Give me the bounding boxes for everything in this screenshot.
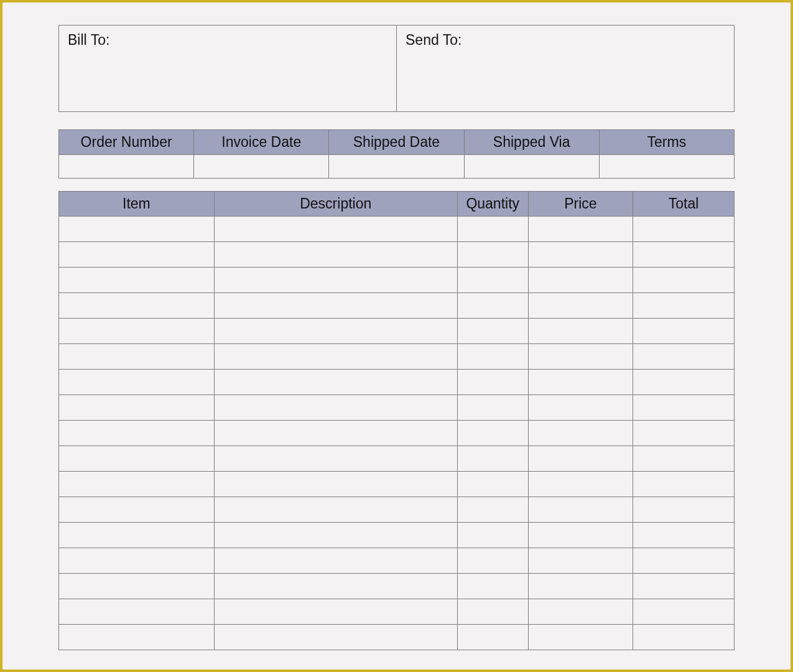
table-row — [59, 472, 735, 497]
table-row — [59, 599, 735, 625]
table-cell — [528, 395, 633, 421]
table-cell — [528, 548, 633, 574]
table-cell — [457, 574, 528, 599]
table-cell — [59, 523, 215, 548]
table-cell — [59, 370, 215, 395]
table-cell — [528, 472, 633, 497]
table-cell — [457, 370, 528, 395]
table-cell — [59, 395, 215, 421]
table-cell — [457, 344, 528, 370]
meta-row — [59, 155, 735, 179]
table-cell — [633, 497, 735, 523]
table-cell — [528, 446, 633, 472]
table-row — [59, 319, 735, 344]
table-cell — [633, 523, 735, 548]
table-cell — [457, 548, 528, 574]
table-cell — [633, 344, 735, 370]
table-cell — [457, 293, 528, 319]
table-cell — [633, 217, 735, 242]
table-cell — [457, 472, 528, 497]
table-cell — [528, 370, 633, 395]
table-cell — [214, 574, 457, 599]
table-cell — [457, 523, 528, 548]
meta-cell — [59, 155, 194, 179]
items-header: Price — [528, 192, 633, 217]
items-header: Total — [633, 192, 735, 217]
table-row — [59, 548, 735, 574]
table-cell — [214, 319, 457, 344]
table-cell — [528, 574, 633, 599]
table-cell — [214, 344, 457, 370]
meta-header: Invoice Date — [194, 130, 329, 155]
table-cell — [633, 319, 735, 344]
table-cell — [528, 319, 633, 344]
send-to-box: Send To: — [396, 26, 734, 111]
meta-header: Order Number — [59, 130, 194, 155]
meta-table: Order Number Invoice Date Shipped Date S… — [58, 129, 735, 179]
items-header: Quantity — [457, 192, 528, 217]
table-cell — [457, 217, 528, 242]
table-cell — [633, 599, 735, 625]
table-cell — [214, 395, 457, 421]
table-cell — [457, 268, 528, 293]
table-cell — [59, 625, 215, 650]
table-row — [59, 344, 735, 370]
meta-cell — [599, 155, 734, 179]
table-cell — [59, 497, 215, 523]
items-header: Description — [214, 192, 457, 217]
table-cell — [528, 421, 633, 446]
table-row — [59, 217, 735, 242]
table-row — [59, 293, 735, 319]
bill-to-label: Bill To: — [68, 32, 109, 48]
table-cell — [214, 472, 457, 497]
bill-to-box: Bill To: — [59, 26, 396, 111]
table-cell — [528, 497, 633, 523]
table-cell — [214, 421, 457, 446]
table-cell — [633, 370, 735, 395]
table-cell — [528, 293, 633, 319]
meta-cell — [194, 155, 329, 179]
table-cell — [528, 523, 633, 548]
table-cell — [59, 574, 215, 599]
table-cell — [633, 242, 735, 268]
table-cell — [59, 242, 215, 268]
table-cell — [528, 217, 633, 242]
table-cell — [528, 242, 633, 268]
table-cell — [528, 344, 633, 370]
table-cell — [528, 268, 633, 293]
table-cell — [633, 268, 735, 293]
table-cell — [633, 421, 735, 446]
table-row — [59, 268, 735, 293]
table-cell — [59, 293, 215, 319]
items-header: Item — [59, 192, 215, 217]
meta-header: Shipped Via — [464, 130, 599, 155]
table-row — [59, 523, 735, 548]
table-cell — [633, 446, 735, 472]
meta-cell — [464, 155, 599, 179]
table-cell — [59, 421, 215, 446]
table-cell — [59, 472, 215, 497]
table-cell — [457, 625, 528, 650]
table-cell — [633, 395, 735, 421]
table-cell — [59, 344, 215, 370]
table-cell — [59, 599, 215, 625]
meta-header: Terms — [599, 130, 734, 155]
table-cell — [214, 242, 457, 268]
table-cell — [457, 395, 528, 421]
table-cell — [214, 523, 457, 548]
table-cell — [59, 268, 215, 293]
table-cell — [214, 599, 457, 625]
table-cell — [214, 370, 457, 395]
table-cell — [457, 446, 528, 472]
table-cell — [214, 497, 457, 523]
table-cell — [214, 548, 457, 574]
table-cell — [633, 293, 735, 319]
table-row — [59, 625, 735, 650]
send-to-label: Send To: — [406, 32, 461, 48]
items-table: Item Description Quantity Price Total — [58, 191, 735, 650]
table-row — [59, 497, 735, 523]
table-row — [59, 574, 735, 599]
table-cell — [214, 293, 457, 319]
table-cell — [528, 625, 633, 650]
table-cell — [214, 217, 457, 242]
